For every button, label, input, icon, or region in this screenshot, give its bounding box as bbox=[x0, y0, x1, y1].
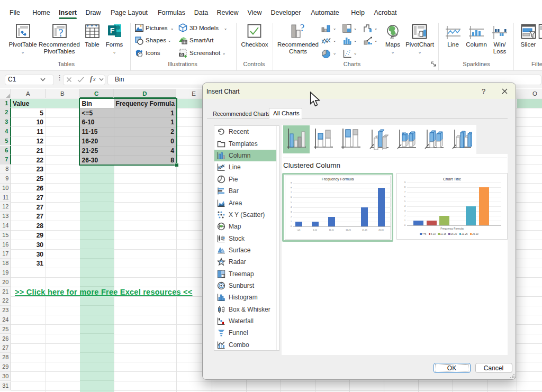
svg-text:F: F bbox=[110, 26, 115, 35]
svg-text:?: ? bbox=[300, 24, 304, 33]
svg-text:?: ? bbox=[59, 27, 64, 38]
